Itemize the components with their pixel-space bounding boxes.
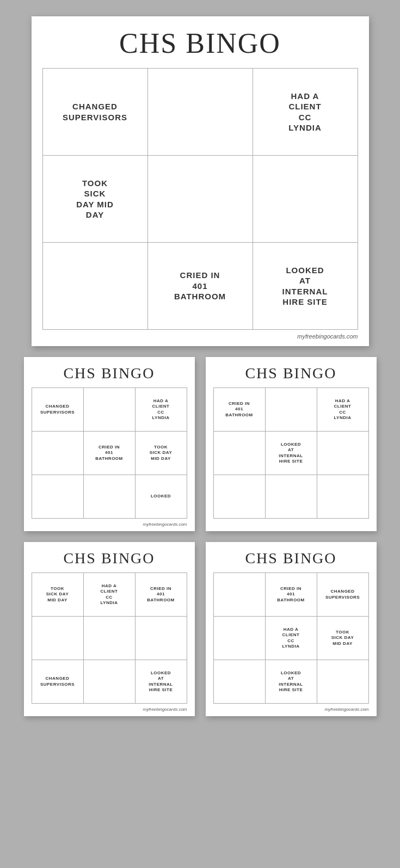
bingo-cell bbox=[83, 617, 135, 660]
bingo-cell: CRIED IN401BATHROOM bbox=[147, 243, 253, 330]
bingo-cell: LOOKEDATINTERNALHIRE SITE bbox=[265, 432, 317, 475]
small-watermark-1: myfreebingocards.com bbox=[32, 522, 187, 527]
bingo-cell: CRIED IN401BATHROOM bbox=[265, 573, 317, 617]
bingo-cell: HAD ACLIENTCCLYNDIA bbox=[265, 617, 317, 660]
bingo-cell bbox=[135, 617, 187, 660]
small-card-1-title: CHS BINGO bbox=[63, 365, 155, 382]
bingo-cell bbox=[317, 432, 368, 475]
bingo-cell bbox=[213, 432, 265, 475]
bingo-cell: LOOKEDATINTERNALHIRE SITE bbox=[265, 660, 317, 704]
large-bingo-grid: CHANGEDSUPERVISORSHAD ACLIENTCCLYNDIATOO… bbox=[42, 68, 358, 330]
bingo-cell: CHANGEDSUPERVISORS bbox=[32, 388, 83, 432]
bingo-cell: LOOKED bbox=[135, 475, 187, 519]
small-watermark-3: myfreebingocards.com bbox=[32, 707, 187, 712]
bingo-cell bbox=[213, 617, 265, 660]
bingo-cell: HAD ACLIENTCCLYNDIA bbox=[83, 573, 135, 617]
small-bingo-grid-2: CRIED IN401BATHROOMHAD ACLIENTCCLYNDIALO… bbox=[213, 387, 369, 519]
bingo-cell bbox=[42, 243, 147, 330]
small-card-2-title: CHS BINGO bbox=[245, 365, 336, 382]
bingo-cell bbox=[32, 475, 83, 519]
bingo-cell: TOOKSICK DAYMID DAY bbox=[317, 617, 368, 660]
bingo-cell: CHANGEDSUPERVISORS bbox=[42, 69, 147, 156]
bingo-cell: CRIED IN401BATHROOM bbox=[83, 432, 135, 475]
large-card-title: CHS BINGO bbox=[119, 27, 281, 59]
bingo-cell: LOOKEDATINTERNALHIRE SITE bbox=[253, 243, 358, 330]
bingo-cell: CHANGEDSUPERVISORS bbox=[317, 573, 368, 617]
bingo-cell bbox=[213, 573, 265, 617]
bingo-cell: CRIED IN401BATHROOM bbox=[135, 573, 187, 617]
small-bingo-grid-1: CHANGEDSUPERVISORSHAD ACLIENTCCLYNDIACRI… bbox=[32, 387, 187, 519]
bingo-cell: HAD ACLIENTCCLYNDIA bbox=[253, 69, 358, 156]
small-bingo-card-4: CHS BINGO CRIED IN401BATHROOMCHANGEDSUPE… bbox=[206, 542, 377, 716]
bingo-cell bbox=[83, 660, 135, 704]
bingo-cell: CHANGEDSUPERVISORS bbox=[32, 660, 83, 704]
small-bingo-card-1: CHS BINGO CHANGEDSUPERVISORSHAD ACLIENTC… bbox=[24, 357, 195, 531]
bingo-cell bbox=[213, 660, 265, 704]
small-card-4-title: CHS BINGO bbox=[245, 550, 336, 567]
bingo-cell: TOOKSICKDAY MIDDAY bbox=[42, 156, 147, 243]
bingo-cell: CRIED IN401BATHROOM bbox=[213, 388, 265, 432]
bingo-cell bbox=[265, 388, 317, 432]
bingo-cell: HAD ACLIENTCCLYNDIA bbox=[317, 388, 368, 432]
bingo-cell: TOOKSICK DAYMID DAY bbox=[32, 573, 83, 617]
bingo-cell bbox=[32, 432, 83, 475]
bingo-cell bbox=[317, 660, 368, 704]
large-bingo-card: CHS BINGO CHANGEDSUPERVISORSHAD ACLIENTC… bbox=[32, 16, 369, 346]
small-bingo-grid-4: CRIED IN401BATHROOMCHANGEDSUPERVISORSHAD… bbox=[213, 572, 369, 704]
small-card-3-title: CHS BINGO bbox=[63, 550, 155, 567]
small-bingo-card-3: CHS BINGO TOOKSICK DAYMID DAYHAD ACLIENT… bbox=[24, 542, 195, 716]
large-watermark: myfreebingocards.com bbox=[42, 333, 358, 340]
bingo-cell bbox=[265, 475, 317, 519]
bingo-cell bbox=[83, 388, 135, 432]
small-bingo-grid-3: TOOKSICK DAYMID DAYHAD ACLIENTCCLYNDIACR… bbox=[32, 572, 187, 704]
small-cards-row-1: CHS BINGO CHANGEDSUPERVISORSHAD ACLIENTC… bbox=[15, 357, 385, 531]
small-cards-row-2: CHS BINGO TOOKSICK DAYMID DAYHAD ACLIENT… bbox=[15, 542, 385, 716]
bingo-cell bbox=[147, 156, 253, 243]
bingo-cell bbox=[147, 69, 253, 156]
small-bingo-card-2: CHS BINGO CRIED IN401BATHROOMHAD ACLIENT… bbox=[206, 357, 377, 531]
bingo-cell: HAD ACLIENTCCLYNDIA bbox=[135, 388, 187, 432]
bingo-cell bbox=[32, 617, 83, 660]
bingo-cell: LOOKEDATINTERNALHIRE SITE bbox=[135, 660, 187, 704]
bingo-cell bbox=[317, 475, 368, 519]
bingo-cell bbox=[213, 475, 265, 519]
bingo-cell: TOOKSICK DAYMID DAY bbox=[135, 432, 187, 475]
small-watermark-4: myfreebingocards.com bbox=[213, 707, 369, 712]
bingo-cell bbox=[253, 156, 358, 243]
bingo-cell bbox=[83, 475, 135, 519]
